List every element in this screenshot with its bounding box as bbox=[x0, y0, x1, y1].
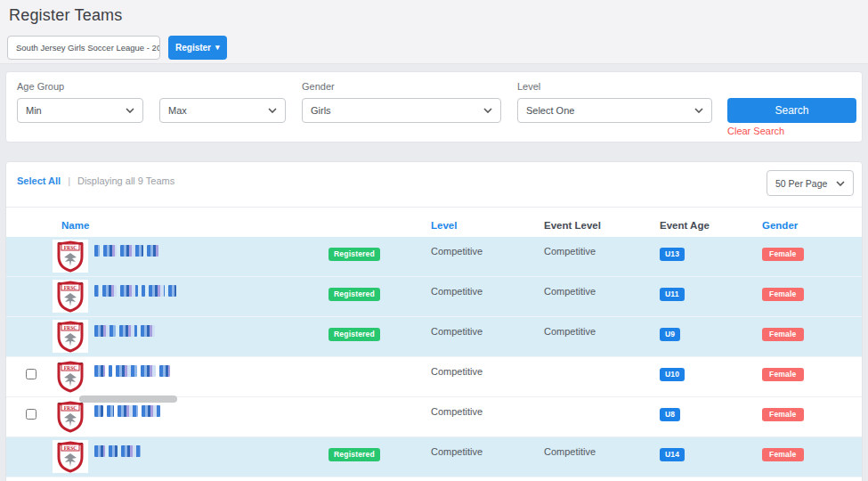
level-cell: Competitive bbox=[431, 237, 544, 257]
event-level-cell bbox=[544, 357, 660, 366]
chevron-down-icon bbox=[119, 108, 134, 113]
team-crest-logo bbox=[53, 360, 88, 393]
teams-table-panel: Select All | Displaying all 9 Teams 50 P… bbox=[5, 161, 863, 481]
gender-badge: Female bbox=[762, 408, 804, 422]
chevron-down-icon bbox=[262, 108, 277, 113]
age-min-value: Min bbox=[26, 105, 42, 116]
league-select-value: South Jersey Girls Soccer League - 20 bbox=[16, 43, 160, 53]
chevron-down-icon bbox=[477, 108, 492, 113]
header-event-level: Event Level bbox=[544, 220, 660, 231]
register-teams-page: Register Teams South Jersey Girls Soccer… bbox=[0, 0, 868, 481]
table-toolbar: Select All | Displaying all 9 Teams 50 P… bbox=[6, 162, 862, 208]
level-label: Level bbox=[517, 81, 712, 93]
chevron-down-icon bbox=[688, 108, 703, 113]
league-select[interactable]: South Jersey Girls Soccer League - 20 bbox=[7, 36, 160, 60]
team-name-redacted[interactable] bbox=[94, 365, 329, 377]
gender-label: Gender bbox=[302, 81, 501, 93]
displaying-count-text: Displaying all 9 Teams bbox=[77, 175, 174, 186]
team-name-redacted[interactable] bbox=[94, 285, 329, 297]
event-age-badge: U14 bbox=[660, 448, 685, 462]
gender-select[interactable]: Girls bbox=[302, 98, 501, 123]
level-select[interactable]: Select One bbox=[517, 98, 712, 123]
select-all-link[interactable]: Select All bbox=[17, 175, 61, 186]
age-max-select[interactable]: Max bbox=[159, 98, 286, 123]
row-select-checkbox[interactable] bbox=[26, 409, 37, 420]
chevron-down-icon bbox=[830, 181, 845, 186]
event-age-badge: U8 bbox=[660, 408, 680, 422]
table-header-row: Name Level Event Level Event Age Gender bbox=[6, 208, 862, 237]
league-toolbar: South Jersey Girls Soccer League - 20 Re… bbox=[7, 36, 868, 60]
event-age-badge: U10 bbox=[660, 368, 685, 382]
age-max-value: Max bbox=[168, 105, 187, 116]
registered-badge: Registered bbox=[329, 448, 380, 462]
age-group-label: Age Group bbox=[17, 81, 286, 93]
toolbar-separator: | bbox=[68, 175, 70, 186]
header-level[interactable]: Level bbox=[431, 220, 544, 231]
gender-value: Girls bbox=[311, 105, 331, 116]
table-row: Registered Competitive Competitive U11 F… bbox=[6, 277, 862, 317]
event-level-cell bbox=[544, 397, 660, 406]
caret-down-icon: ▾ bbox=[215, 44, 220, 52]
registered-badge: Registered bbox=[329, 248, 380, 262]
level-value: Select One bbox=[526, 105, 574, 116]
table-row: Competitive U8 Female bbox=[6, 397, 862, 437]
page-header: Register Teams South Jersey Girls Soccer… bbox=[0, 0, 868, 64]
event-level-cell: Competitive bbox=[544, 437, 660, 457]
per-page-select[interactable]: 50 Per Page bbox=[767, 170, 854, 196]
team-crest-logo bbox=[53, 240, 88, 273]
team-crest-logo bbox=[53, 320, 88, 353]
gender-badge: Female bbox=[762, 248, 804, 262]
team-crest-logo bbox=[53, 440, 88, 473]
team-name-redacted[interactable] bbox=[94, 405, 329, 417]
level-cell: Competitive bbox=[431, 357, 544, 377]
search-button[interactable]: Search bbox=[727, 98, 856, 123]
register-button-label: Register bbox=[175, 43, 211, 53]
gender-badge: Female bbox=[762, 328, 804, 342]
table-row: Registered Competitive Competitive U13 F… bbox=[6, 237, 862, 277]
header-name[interactable]: Name bbox=[53, 220, 431, 231]
level-cell: Competitive bbox=[431, 397, 544, 417]
page-title: Register Teams bbox=[9, 6, 868, 25]
team-name-redacted[interactable] bbox=[94, 445, 329, 457]
table-row: Competitive U10 Female bbox=[6, 357, 862, 397]
event-age-badge: U11 bbox=[660, 288, 685, 302]
level-cell: Competitive bbox=[431, 277, 544, 297]
gender-badge: Female bbox=[762, 288, 804, 302]
gender-badge: Female bbox=[762, 368, 804, 382]
registered-badge: Registered bbox=[329, 288, 380, 302]
event-age-badge: U9 bbox=[660, 328, 680, 342]
event-age-badge: U13 bbox=[660, 248, 685, 262]
age-min-select[interactable]: Min bbox=[17, 98, 143, 123]
level-cell: Competitive bbox=[431, 437, 544, 457]
team-name-redacted[interactable] bbox=[94, 325, 329, 337]
filter-panel: Age Group Min Max bbox=[5, 71, 863, 143]
event-level-cell: Competitive bbox=[544, 277, 660, 297]
register-button[interactable]: Register ▾ bbox=[168, 36, 227, 60]
event-level-cell: Competitive bbox=[544, 317, 660, 337]
header-gender[interactable]: Gender bbox=[762, 220, 862, 231]
row-select-checkbox[interactable] bbox=[26, 369, 37, 379]
table-row: Registered Competitive Competitive U14 F… bbox=[6, 437, 862, 477]
clear-search-link[interactable]: Clear Search bbox=[727, 126, 856, 136]
per-page-value: 50 Per Page bbox=[775, 178, 827, 189]
team-name-redacted[interactable] bbox=[94, 245, 329, 257]
gender-badge: Female bbox=[762, 448, 804, 462]
event-level-cell: Competitive bbox=[544, 237, 660, 257]
team-crest-logo bbox=[53, 280, 88, 313]
header-event-age: Event Age bbox=[660, 220, 762, 231]
horizontal-scrollbar[interactable] bbox=[79, 395, 177, 403]
registered-badge: Registered bbox=[329, 328, 380, 342]
level-cell: Competitive bbox=[431, 317, 544, 337]
table-row: Registered Competitive Competitive U9 Fe… bbox=[6, 317, 862, 357]
team-crest-logo bbox=[53, 400, 88, 433]
